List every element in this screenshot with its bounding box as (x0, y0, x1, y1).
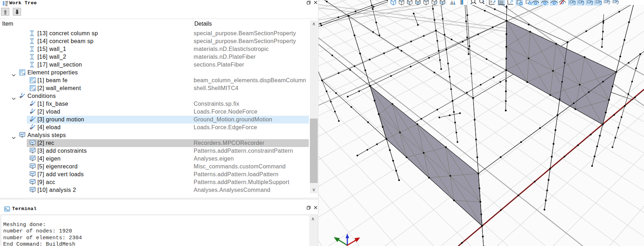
svg-text:FE: FE (22, 73, 26, 75)
svg-text:FE: FE (33, 80, 36, 83)
svg-text:FE: FE (33, 88, 36, 91)
